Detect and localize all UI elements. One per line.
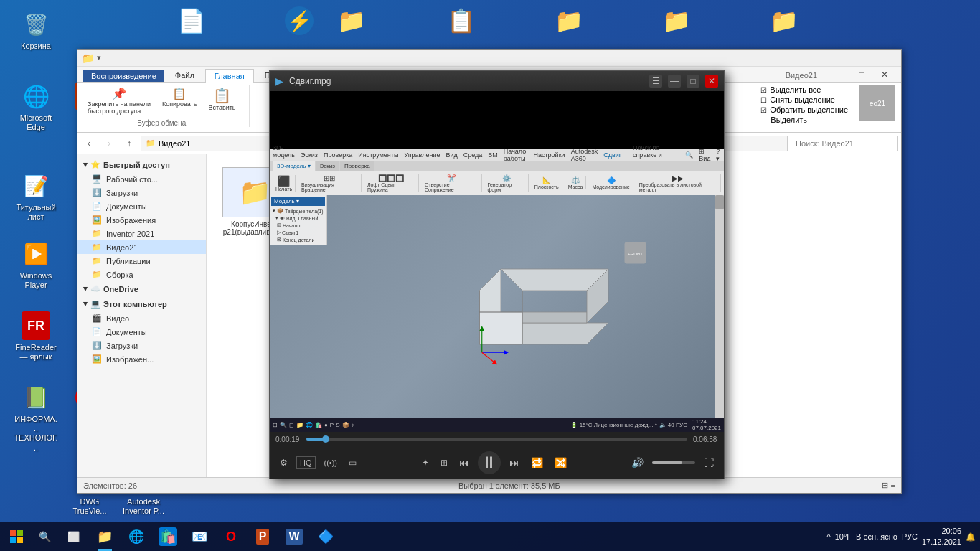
- sidebar-item-downloads[interactable]: ⬇️Загрузки: [77, 186, 206, 199]
- model-tree-item-1: ▾📦Твёрдые тела(1): [271, 207, 325, 215]
- taskbar-task-view[interactable]: ⬜: [57, 522, 89, 551]
- desktop-icon-folder4[interactable]: 📁: [759, 4, 809, 41]
- folder-icon-small: 📁: [82, 52, 94, 64]
- desktop-icon-red-file[interactable]: 📄: [166, 4, 217, 41]
- volume-bar[interactable]: [652, 461, 695, 464]
- tab-file[interactable]: Файл: [166, 68, 204, 82]
- progress-bar[interactable]: [306, 438, 687, 441]
- current-time: 0:00:19: [275, 435, 301, 443]
- player-audio-btn[interactable]: ((•)): [321, 456, 341, 470]
- taskbar-edge[interactable]: 🌐: [121, 522, 152, 551]
- search-input[interactable]: [791, 136, 898, 151]
- player-next-btn[interactable]: ⏭: [507, 454, 522, 471]
- sidebar-item-assembly[interactable]: 📁Сборка: [77, 268, 206, 281]
- clock-date: 17.12.2021: [922, 537, 961, 547]
- inventor-toolbar: 3D-модель ▾ Эскиз Проверка Инструменты У…: [270, 149, 724, 195]
- player-prev-btn[interactable]: ⏮: [456, 454, 472, 471]
- minimize-btn[interactable]: —: [828, 67, 849, 82]
- tab-title: Видео21: [776, 68, 826, 82]
- player-hq-btn[interactable]: HQ: [296, 456, 316, 469]
- clock-time: 20:06: [922, 526, 961, 537]
- inventor-ribbon-tabs: 3D-модель ▾ Эскиз Проверка: [270, 161, 724, 171]
- sidebar-item-img[interactable]: 🖼️Изображен...: [77, 352, 206, 366]
- player-shuffle-btn[interactable]: 🔀: [552, 454, 570, 471]
- player-play-btn[interactable]: ⏸: [478, 451, 501, 474]
- desktop-icon-recycle[interactable]: 🗑️ Корзина: [11, 7, 61, 54]
- player-chapters-btn[interactable]: ⊞: [438, 455, 451, 471]
- desktop-icon-word-doc[interactable]: 📝 Титульный лист: [11, 169, 61, 225]
- inventor-menubar: 3D-модель ▾ Эскиз Проверка Инструменты У…: [270, 149, 724, 161]
- taskbar-word[interactable]: W: [278, 522, 310, 551]
- close-btn[interactable]: ✕: [874, 67, 895, 82]
- sidebar-item-video21[interactable]: 📁Видео21: [77, 240, 206, 254]
- sidebar-item-video[interactable]: 🎬Видео: [77, 311, 206, 325]
- player-effects-btn[interactable]: ✦: [419, 455, 432, 471]
- pin-button[interactable]: 📌 Закрепить на панелибыстрого доступа: [83, 85, 155, 116]
- view-icon-1[interactable]: ⊞: [882, 481, 888, 490]
- desktop-icon-finereader[interactable]: FR FineReader— ярлык: [11, 309, 61, 364]
- select-all-btn[interactable]: ☑ Выделить все: [760, 85, 848, 94]
- desktop-icon-folder1[interactable]: 📁: [326, 4, 377, 41]
- this-pc-header[interactable]: ▾ 💻 Этот компьютер: [77, 296, 206, 311]
- taskbar-chevron[interactable]: ^: [827, 532, 831, 541]
- taskbar-powerpoint[interactable]: P: [247, 522, 278, 551]
- sidebar-item-documents[interactable]: 📄Документы: [77, 199, 206, 213]
- sidebar-item-desktop[interactable]: 🖥️Рабочий сто...: [77, 172, 206, 186]
- inventor-panel-create: 🔲🔲🔲 Лофт Сдвиг Пружина: [364, 174, 419, 192]
- notification-btn[interactable]: 🔔: [966, 532, 976, 542]
- taskbar-temp: 10°F: [835, 532, 852, 541]
- thumbnail-preview: ео21: [859, 85, 895, 121]
- onedrive-header[interactable]: ▾ ☁️ OneDrive: [77, 281, 206, 296]
- back-btn[interactable]: ‹: [80, 135, 98, 152]
- player-menu-btn[interactable]: ☰: [649, 75, 662, 88]
- taskbar-lang[interactable]: РУС: [902, 532, 918, 541]
- desktop-icon-windows-player[interactable]: ▶️ Windows Player: [11, 237, 61, 293]
- invert-btn[interactable]: ☑ Обратить выделение: [760, 105, 848, 114]
- tab-vosp[interactable]: Воспроизведение: [83, 70, 164, 82]
- player-title: Сдвиг.mpg: [289, 76, 644, 86]
- progress-handle[interactable]: [322, 435, 329, 443]
- inventor-panel-mass: ⚖️ Масса: [565, 176, 587, 189]
- player-aspect-btn[interactable]: ▭: [346, 455, 359, 471]
- desktop-icon-thunderbolt[interactable]: ⚡: [274, 4, 324, 41]
- sidebar-item-inventor[interactable]: 📁Inventor 2021: [77, 227, 206, 240]
- quick-access-header[interactable]: ▾ ⭐ Быстрый доступ: [77, 157, 206, 172]
- inventor-scrollbar[interactable]: [715, 195, 724, 432]
- desktop-icon-inform[interactable]: 📗 ИНФОРМА...ТЕХНОЛОГ...: [11, 380, 61, 456]
- player-video-area: 3D-модель ▾ Эскиз Проверка Инструменты У…: [270, 91, 724, 432]
- player-fullscreen-btn[interactable]: ⛶: [701, 454, 717, 471]
- taskbar-search-btn[interactable]: 🔍: [32, 522, 57, 551]
- deselect-btn[interactable]: ☐ Снять выделение: [760, 95, 848, 104]
- taskbar-file-explorer[interactable]: 📁: [89, 522, 121, 551]
- forward-btn[interactable]: ›: [100, 135, 118, 152]
- player-repeat-btn[interactable]: 🔁: [528, 454, 546, 471]
- inventor-panel-modify: ✂️ Отверстие Сопряжение: [422, 174, 482, 192]
- sidebar-item-pub[interactable]: 📁Публикации: [77, 254, 206, 268]
- desktop-icon-pdf[interactable]: 📋: [436, 4, 486, 41]
- player-maximize-btn[interactable]: □: [687, 75, 699, 88]
- taskbar-outlook[interactable]: 📧: [184, 522, 215, 551]
- desktop-icon-folder2[interactable]: 📁: [544, 4, 594, 41]
- inventor-taskbar: ⊞🔍◻📁🌐🛍️ ●PS📦♪ 🔋 15°C Лицензионные дожд..…: [270, 418, 724, 432]
- player-app-icon: ▶: [275, 75, 283, 87]
- player-minimize-btn[interactable]: —: [668, 75, 681, 88]
- inventor-panel-gen: ⚙️ Генератор форм: [485, 174, 529, 192]
- up-btn[interactable]: ↑: [121, 135, 138, 152]
- start-button[interactable]: [0, 522, 32, 551]
- tab-home[interactable]: Главная: [205, 69, 254, 83]
- maximize-btn[interactable]: □: [851, 67, 872, 82]
- player-volume-icon[interactable]: 🔊: [628, 454, 646, 471]
- copy-button[interactable]: 📋 Копировать: [158, 85, 201, 116]
- sidebar-item-dl[interactable]: ⬇️Загрузки: [77, 339, 206, 352]
- taskbar-app10[interactable]: 🔷: [310, 522, 341, 551]
- sidebar-item-images[interactable]: 🖼️Изображения: [77, 213, 206, 227]
- paste-button[interactable]: 📋 Вставить: [204, 85, 240, 116]
- sidebar-item-docs[interactable]: 📄Документы: [77, 325, 206, 339]
- player-close-btn[interactable]: ✕: [705, 75, 718, 88]
- player-menu-icon[interactable]: ⚙: [277, 455, 291, 471]
- view-icon-2[interactable]: ≡: [891, 481, 895, 490]
- taskbar-store[interactable]: 🛍️: [152, 522, 184, 551]
- desktop-icon-edge[interactable]: 🌐 Microsoft Edge: [11, 79, 61, 135]
- desktop-icon-folder3[interactable]: 📁: [651, 4, 702, 41]
- taskbar-opera[interactable]: O: [215, 522, 247, 551]
